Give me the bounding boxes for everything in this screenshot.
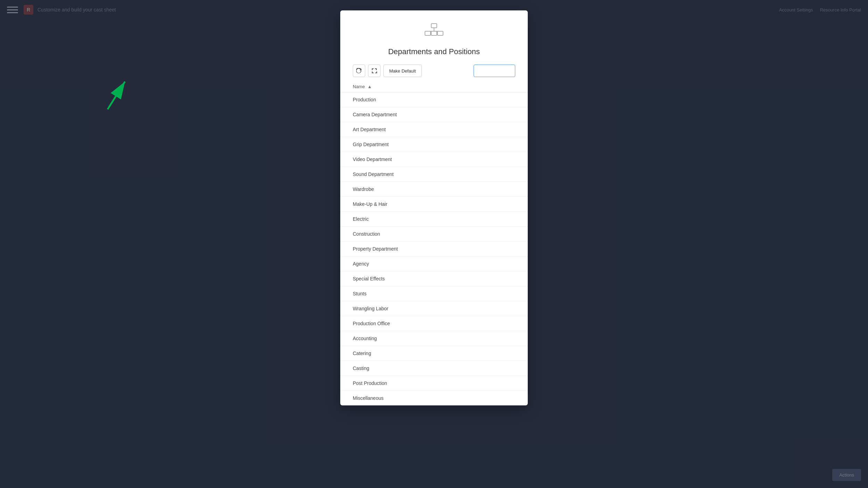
table-row[interactable]: Casting (340, 361, 528, 376)
department-name: Art Department (340, 122, 528, 137)
refresh-button[interactable] (353, 65, 365, 77)
search-input[interactable] (474, 65, 515, 77)
departments-modal: Departments and Positions Make Default N… (340, 10, 528, 405)
department-name: Miscellaneous (340, 391, 528, 406)
department-name: Agency (340, 256, 528, 271)
department-name: Sound Department (340, 167, 528, 182)
svg-rect-6 (431, 31, 437, 35)
name-column-header[interactable]: Name ▲ (340, 81, 528, 92)
department-name: Electric (340, 212, 528, 227)
department-name: Production Office (340, 316, 528, 331)
department-name: Casting (340, 361, 528, 376)
modal-toolbar: Make Default (340, 65, 528, 81)
table-row[interactable]: Property Department (340, 242, 528, 256)
svg-rect-2 (431, 24, 437, 28)
department-name: Special Effects (340, 271, 528, 286)
table-row[interactable]: Video Department (340, 152, 528, 167)
table-row[interactable]: Post Production (340, 376, 528, 391)
department-name: Catering (340, 346, 528, 361)
table-row[interactable]: Agency (340, 256, 528, 271)
table-row[interactable]: Construction (340, 227, 528, 242)
department-name: Stunts (340, 286, 528, 301)
department-name: Make-Up & Hair (340, 197, 528, 212)
modal-icon (340, 23, 528, 42)
table-row[interactable]: Camera Department (340, 107, 528, 122)
department-name: Accounting (340, 331, 528, 346)
department-name: Wardrobe (340, 182, 528, 197)
department-name: Property Department (340, 242, 528, 256)
department-name: Post Production (340, 376, 528, 391)
department-name: Construction (340, 227, 528, 242)
svg-rect-7 (437, 31, 443, 35)
table-row[interactable]: Production Office (340, 316, 528, 331)
table-row[interactable]: Catering (340, 346, 528, 361)
modal-title: Departments and Positions (340, 47, 528, 56)
department-name: Wrangling Labor (340, 301, 528, 316)
table-row[interactable]: Production (340, 92, 528, 107)
department-name: Video Department (340, 152, 528, 167)
department-name: Production (340, 92, 528, 107)
table-row[interactable]: Art Department (340, 122, 528, 137)
table-row[interactable]: Wardrobe (340, 182, 528, 197)
departments-table: Name ▲ ProductionCamera DepartmentArt De… (340, 81, 528, 405)
table-row[interactable]: Grip Department (340, 137, 528, 152)
table-row[interactable]: Wrangling Labor (340, 301, 528, 316)
svg-rect-5 (425, 31, 431, 35)
table-row[interactable]: Electric (340, 212, 528, 227)
department-name: Grip Department (340, 137, 528, 152)
table-row[interactable]: Sound Department (340, 167, 528, 182)
table-row[interactable]: Accounting (340, 331, 528, 346)
table-row[interactable]: Special Effects (340, 271, 528, 286)
sort-arrow: ▲ (367, 84, 372, 89)
department-name: Camera Department (340, 107, 528, 122)
expand-button[interactable] (368, 65, 381, 77)
table-row[interactable]: Stunts (340, 286, 528, 301)
table-row[interactable]: Make-Up & Hair (340, 197, 528, 212)
make-default-button[interactable]: Make Default (383, 65, 422, 77)
table-row[interactable]: Miscellaneous (340, 391, 528, 406)
